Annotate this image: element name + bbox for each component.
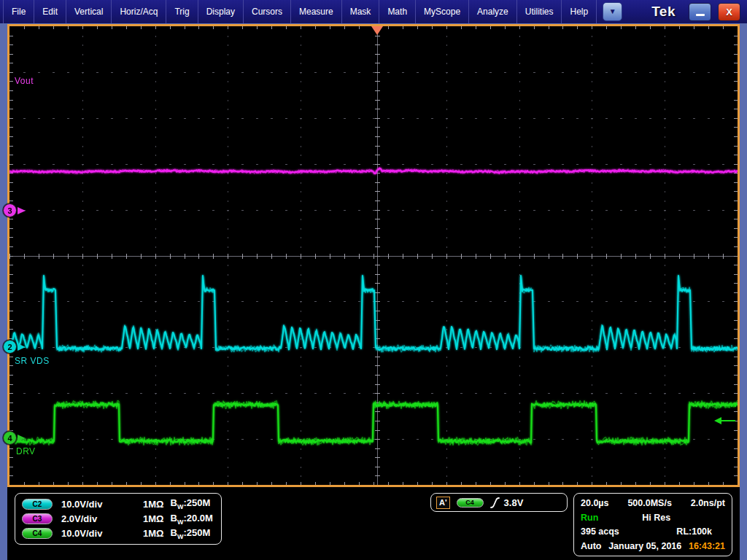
channel-row-c4[interactable]: C4 10.0V/div 1MΩ BW:250M bbox=[22, 527, 214, 540]
c4-impedance: 1MΩ bbox=[143, 528, 163, 539]
menu-math[interactable]: Math bbox=[379, 0, 416, 23]
run-status: Run bbox=[581, 513, 598, 523]
sample-rate: 500.0MS/s bbox=[627, 498, 671, 508]
menu-mask[interactable]: Mask bbox=[342, 0, 380, 23]
menu-utilities[interactable]: Utilities bbox=[517, 0, 562, 23]
menu-measure[interactable]: Measure bbox=[291, 0, 342, 23]
menu-display[interactable]: Display bbox=[198, 0, 244, 23]
tekscope-window: File Edit Vertical Horiz/Acq Trig Displa… bbox=[0, 0, 747, 560]
c3-impedance: 1MΩ bbox=[143, 513, 163, 524]
c2-bandwidth: BW:250M bbox=[170, 497, 210, 510]
acquisition-count: 395 acqs bbox=[581, 526, 619, 537]
rising-edge-icon bbox=[490, 497, 500, 509]
trigger-level: 3.8V bbox=[504, 497, 524, 508]
menu-dropdown-button[interactable]: ▼ bbox=[603, 2, 622, 21]
acquisition-readout-panel[interactable]: 20.0µs 500.0MS/s 2.0ns/pt Run Hi Res 395… bbox=[573, 493, 732, 556]
trace-label-vout: Vout bbox=[15, 76, 34, 86]
menu-vertical[interactable]: Vertical bbox=[66, 0, 112, 23]
channel-4-arrow-icon bbox=[18, 435, 26, 442]
c3-bandwidth: BW:20.0M bbox=[170, 513, 212, 526]
channel-3-arrow-icon bbox=[18, 207, 26, 214]
trigger-mode: Auto bbox=[581, 541, 601, 551]
menu-help[interactable]: Help bbox=[562, 0, 597, 23]
close-icon: X bbox=[726, 7, 732, 18]
minimize-button[interactable] bbox=[689, 3, 711, 21]
c4-bandwidth: BW:250M bbox=[170, 527, 210, 540]
trace-label-sr-vds: SR VDS bbox=[15, 356, 50, 366]
menu-edit[interactable]: Edit bbox=[34, 0, 66, 23]
resolution: 2.0ns/pt bbox=[691, 498, 725, 508]
menu-myscope[interactable]: MyScope bbox=[416, 0, 469, 23]
channel-c2-badge[interactable]: C2 bbox=[22, 499, 53, 510]
menu-cursors[interactable]: Cursors bbox=[244, 0, 291, 23]
trigger-source-badge[interactable]: C4 bbox=[457, 498, 484, 508]
channel-c3-badge[interactable]: C3 bbox=[22, 513, 53, 524]
c2-scale: 10.0V/div bbox=[61, 499, 143, 510]
menu-file[interactable]: File bbox=[3, 0, 34, 23]
menu-trig[interactable]: Trig bbox=[166, 0, 198, 23]
menu-horiz-acq[interactable]: Horiz/Acq bbox=[112, 0, 166, 23]
minimize-icon bbox=[696, 14, 705, 16]
channel-2-position-marker[interactable]: 2 bbox=[3, 340, 17, 354]
channel-2-arrow-icon bbox=[18, 343, 26, 351]
channel-4-position-marker[interactable]: 4 bbox=[3, 431, 17, 445]
channel-3-position-marker[interactable]: 3 bbox=[3, 203, 17, 217]
menu-bar: File Edit Vertical Horiz/Acq Trig Displa… bbox=[0, 0, 747, 23]
channel-row-c3[interactable]: C3 2.0V/div 1MΩ BW:20.0M bbox=[22, 512, 214, 525]
date-display: January 05, 2016 bbox=[608, 541, 681, 551]
graticule-frame bbox=[7, 24, 740, 487]
channel-readout-panel[interactable]: C2 10.0V/div 1MΩ BW:250M C3 2.0V/div 1MΩ… bbox=[15, 493, 222, 545]
trace-label-drv: DRV bbox=[16, 446, 36, 456]
channel-c4-badge[interactable]: C4 bbox=[22, 528, 53, 539]
close-button[interactable]: X bbox=[718, 3, 740, 21]
tek-logo: Tek bbox=[651, 4, 676, 20]
trigger-a-badge[interactable]: A' bbox=[436, 497, 450, 509]
c4-scale: 10.0V/div bbox=[61, 528, 143, 539]
timebase: 20.0µs bbox=[581, 498, 608, 508]
record-length: RL:100k bbox=[676, 526, 712, 537]
chevron-down-icon: ▼ bbox=[609, 8, 616, 15]
waveform-display bbox=[9, 26, 738, 485]
c2-impedance: 1MΩ bbox=[143, 499, 163, 510]
time-display: 16:43:21 bbox=[689, 541, 725, 551]
channel-row-c2[interactable]: C2 10.0V/div 1MΩ BW:250M bbox=[22, 497, 214, 510]
acquisition-mode: Hi Res bbox=[642, 513, 670, 523]
readout-area: C2 10.0V/div 1MΩ BW:250M C3 2.0V/div 1MΩ… bbox=[7, 487, 740, 560]
trigger-readout-panel[interactable]: A' C4 3.8V bbox=[430, 493, 568, 512]
menu-analyze[interactable]: Analyze bbox=[469, 0, 517, 23]
c3-scale: 2.0V/div bbox=[61, 513, 143, 524]
